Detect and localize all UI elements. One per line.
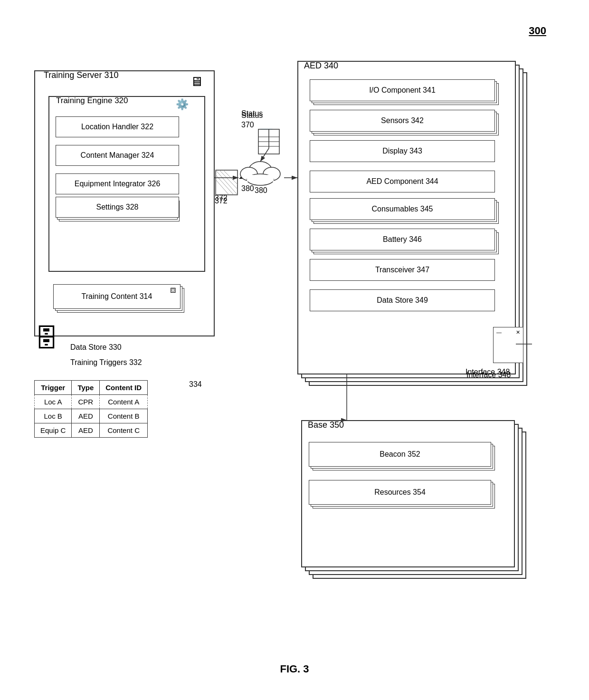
gear-icon: ⚙️	[176, 98, 189, 111]
data-store-349-box: Data Store 349	[310, 289, 495, 311]
data-store-label: Data Store 330	[70, 343, 122, 352]
diagram-container: 300 Training Server 310 🖥 Training Engin…	[0, 0, 589, 700]
data-store-cylinder-icon: 🗄	[34, 324, 59, 353]
aed-label: AED 340	[304, 61, 338, 71]
type-3: AED	[72, 423, 100, 438]
interface-372-label: 372	[215, 194, 228, 202]
equipment-integrator-box: Equipment Integrator 326	[56, 173, 179, 194]
svg-point-15	[263, 167, 280, 181]
trigger-2: Loc B	[35, 409, 72, 423]
cloud-label: 380	[241, 184, 254, 193]
type-2: AED	[72, 409, 100, 423]
type-1: CPR	[72, 395, 100, 409]
interface-x-icon: ✕	[516, 329, 520, 336]
interface-minus-icon: —	[496, 329, 502, 335]
training-engine-label: Training Engine 320	[56, 96, 128, 105]
training-server-label: Training Server 310	[44, 70, 118, 80]
location-handler-label: Location Handler 322	[81, 123, 153, 131]
beacon-box: Beacon 352	[309, 442, 491, 467]
svg-text:380: 380	[255, 186, 267, 194]
interface-doc-icon: ⧈	[216, 172, 227, 192]
base-label: Base 350	[308, 420, 344, 430]
svg-text:370: 370	[241, 121, 254, 129]
equipment-integrator-label: Equipment Integrator 326	[75, 180, 161, 188]
table-header-row: Trigger Type Content ID	[35, 381, 148, 395]
triggers-table: Trigger Type Content ID Loc A CPR Conten…	[34, 380, 148, 438]
figure-number: 300	[529, 25, 546, 37]
table-row-3: Equip C AED Content C	[35, 423, 148, 438]
interface-label: Interface 348	[466, 368, 510, 376]
training-triggers-label: Training Triggers 332	[70, 358, 142, 367]
cloud-network-icon: ☁	[238, 156, 262, 184]
col-trigger: Trigger	[35, 381, 72, 395]
consumables-box: Consumables 345	[310, 198, 495, 220]
table-row-2: Loc B AED Content B	[35, 409, 148, 423]
sensors-box: Sensors 342	[310, 110, 495, 132]
location-handler-box: Location Handler 322	[56, 116, 179, 137]
transceiver-box: Transceiver 347	[310, 259, 495, 281]
settings-label: Settings 328	[96, 203, 139, 211]
content-id-2: Content B	[100, 409, 148, 423]
col-content-id: Content ID	[100, 381, 148, 395]
training-triggers-table: Trigger Type Content ID Loc A CPR Conten…	[34, 380, 148, 438]
figure-caption: FIG. 3	[280, 663, 309, 675]
status-doc-icon: 📄	[257, 128, 279, 148]
col-type: Type	[72, 381, 100, 395]
status-label: Status	[241, 109, 263, 118]
table-row-1: Loc A CPR Content A	[35, 395, 148, 409]
content-manager-box: Content Manager 324	[56, 145, 179, 166]
server-icon: 🖥	[190, 74, 203, 89]
content-id-1: Content A	[100, 395, 148, 409]
trigger-1: Loc A	[35, 395, 72, 409]
settings-box: Settings 328	[56, 197, 179, 218]
aed-component-box: AED Component 344	[310, 171, 495, 192]
battery-box: Battery 346	[310, 229, 495, 250]
content-id-3: Content C	[100, 423, 148, 438]
trigger-3: Equip C	[35, 423, 72, 438]
training-content-label: Training Content 314	[82, 292, 152, 301]
display-box: Display 343	[310, 140, 495, 162]
resources-box: Resources 354	[309, 480, 491, 505]
interface-348-box: — ✕	[493, 327, 523, 363]
training-content-box: Training Content 314	[53, 284, 180, 309]
io-component-box: I/O Component 341	[310, 79, 495, 101]
hatching-icon: ⧈	[170, 284, 176, 295]
content-manager-label: Content Manager 324	[81, 151, 154, 160]
table-id-label: 334	[189, 380, 202, 389]
